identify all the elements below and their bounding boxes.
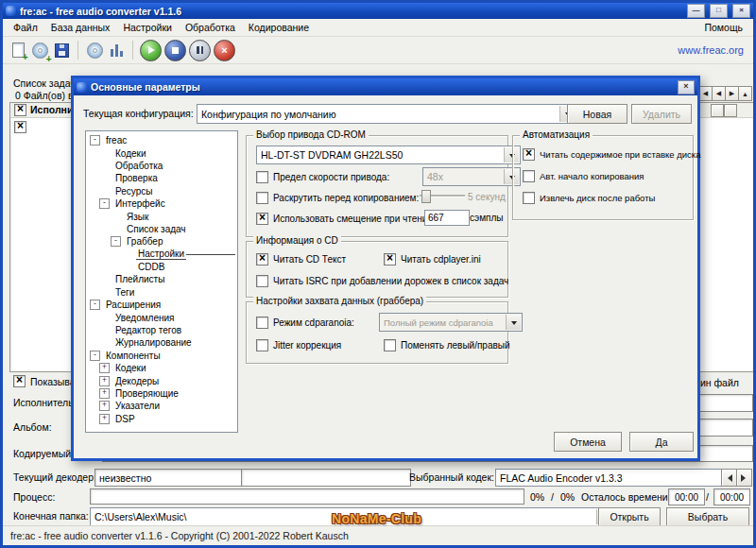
- joblist-title: Список задач: [13, 77, 76, 89]
- rip-cd-icon[interactable]: [85, 41, 104, 60]
- menu-help[interactable]: Помощь: [697, 20, 749, 35]
- close-button[interactable]: ×: [732, 4, 750, 18]
- drive-select[interactable]: HL-DT-ST DVDRAM GH22LS50: [256, 146, 521, 164]
- tree-expand-icon[interactable]: -: [99, 198, 110, 209]
- tree-item-2[interactable]: Обработка: [86, 160, 237, 172]
- tree-item-21[interactable]: +Указатели: [86, 400, 237, 412]
- menu-item-3[interactable]: Обработка: [179, 20, 242, 35]
- menu-item-0[interactable]: Файл: [7, 20, 44, 35]
- tree-item-22[interactable]: +DSP: [86, 413, 237, 425]
- cd-text-checkbox[interactable]: [256, 253, 268, 265]
- tree-item-19[interactable]: +Декодеры: [86, 374, 237, 386]
- codec-select[interactable]: FLAC Audio Encoder v1.3.3: [495, 469, 740, 487]
- tree-item-3[interactable]: Проверка: [86, 172, 237, 184]
- status-bar: fre:ac - free audio converter v1.1.6 - C…: [3, 525, 753, 545]
- tree-item-8[interactable]: -Граббер: [86, 235, 237, 248]
- joblist-row-checkbox[interactable]: [14, 121, 26, 133]
- tree-item-18[interactable]: +Кодеки: [86, 362, 237, 374]
- spinup-slider[interactable]: [420, 189, 465, 202]
- app-icon: [6, 6, 16, 16]
- skip-button[interactable]: [164, 40, 186, 61]
- select-folder-button[interactable]: Выбрать: [666, 507, 749, 526]
- tree-expand-icon[interactable]: -: [90, 135, 100, 146]
- drive-group-title: Выбор привода CD-ROM: [253, 129, 369, 140]
- select-all-checkbox[interactable]: [14, 104, 26, 116]
- tree-item-11[interactable]: Плейлисты: [86, 273, 237, 285]
- pause-button[interactable]: [189, 40, 211, 61]
- toolbar-separator: [132, 41, 133, 60]
- save-joblist-icon[interactable]: [52, 41, 71, 60]
- menu-item-2[interactable]: Настройки: [116, 20, 179, 35]
- new-config-button[interactable]: Новая: [567, 104, 627, 124]
- cdplayer-ini-checkbox[interactable]: [384, 253, 396, 265]
- jitter-checkbox[interactable]: [256, 339, 268, 351]
- rewind-button[interactable]: ◀: [712, 86, 726, 101]
- codec-prev-button[interactable]: [721, 469, 737, 487]
- joblist-header-button-2[interactable]: [724, 104, 737, 117]
- tree-item-6[interactable]: Язык: [86, 210, 237, 222]
- delete-config-button[interactable]: Удалить: [631, 104, 692, 124]
- tree-item-16[interactable]: Журналирование: [86, 336, 237, 349]
- cdparanoia-mode-select[interactable]: Полный режим cdparanoia: [379, 313, 523, 332]
- menu-item-4[interactable]: Кодирование: [242, 20, 316, 35]
- tree-item-5[interactable]: -Интерфейс: [86, 197, 237, 210]
- auto-start-checkbox[interactable]: [523, 170, 535, 182]
- tree-item-20[interactable]: +Проверяющие: [86, 387, 237, 400]
- read-on-insert-checkbox[interactable]: [523, 148, 535, 161]
- maximize-button[interactable]: □: [710, 4, 728, 18]
- start-encoding-button[interactable]: [140, 40, 162, 61]
- show-option-checkbox[interactable]: [13, 375, 26, 387]
- codec-next-button[interactable]: [736, 469, 752, 487]
- add-cd-tracks-icon[interactable]: [30, 41, 49, 60]
- tree-expand-icon[interactable]: +: [99, 414, 110, 424]
- tree-expand-icon[interactable]: -: [90, 300, 100, 310]
- tree-expand-icon[interactable]: -: [90, 351, 100, 361]
- cdparanoia-checkbox[interactable]: [256, 317, 268, 329]
- tree-item-13[interactable]: -Расширения: [86, 299, 237, 311]
- isrc-checkbox[interactable]: [256, 275, 268, 287]
- time-current-box: 00:00: [668, 488, 705, 505]
- tree-item-0[interactable]: -freac: [86, 134, 237, 146]
- tree-item-9[interactable]: Настройки: [86, 248, 237, 261]
- cancel-encoding-button[interactable]: ×: [214, 40, 235, 61]
- tree-item-4[interactable]: Ресурсы: [86, 185, 237, 197]
- config-select[interactable]: Конфигурация по умолчанию: [197, 104, 576, 124]
- tree-item-10[interactable]: CDDB: [86, 261, 237, 273]
- cancel-button[interactable]: Отмена: [554, 432, 622, 452]
- website-link[interactable]: www.freac.org: [678, 44, 747, 56]
- tree-item-label: Список задач: [125, 224, 188, 234]
- tree-item-12[interactable]: Теги: [86, 286, 237, 299]
- forward-button[interactable]: ▶: [725, 86, 739, 101]
- settings-tree[interactable]: -freacКодекиОбработкаПроверкаРесурсы-Инт…: [85, 130, 238, 433]
- tree-item-14[interactable]: Уведомления: [86, 311, 237, 323]
- minimize-button[interactable]: —: [687, 4, 705, 18]
- spinup-checkbox[interactable]: [256, 192, 268, 204]
- eject-button[interactable]: ▲: [738, 86, 752, 101]
- tree-expand-icon[interactable]: +: [99, 401, 110, 411]
- tree-expand-icon[interactable]: +: [99, 388, 110, 399]
- offset-checkbox[interactable]: [256, 213, 268, 225]
- speed-limit-select[interactable]: 48x: [422, 167, 521, 186]
- joblist-header-button-1[interactable]: [711, 104, 724, 117]
- speed-limit-checkbox[interactable]: [256, 171, 268, 183]
- prev-track-button[interactable]: ◀: [698, 86, 713, 101]
- tree-expand-icon[interactable]: +: [99, 363, 110, 373]
- tree-item-1[interactable]: Кодеки: [86, 146, 237, 159]
- tree-item-15[interactable]: Редактор тегов: [86, 324, 237, 336]
- progress-bar: [90, 488, 524, 505]
- tree-item-7[interactable]: Список задач: [86, 223, 237, 235]
- output-folder-label: Конечная папка:: [13, 510, 89, 522]
- configure-icon[interactable]: [107, 41, 126, 60]
- dialog-close-button[interactable]: ×: [678, 80, 695, 94]
- ok-button[interactable]: Да: [629, 432, 694, 452]
- tree-expand-icon[interactable]: -: [111, 236, 121, 247]
- menu-item-1[interactable]: База данных: [44, 20, 117, 35]
- add-files-icon[interactable]: [9, 41, 27, 60]
- offset-input[interactable]: 667: [424, 210, 470, 226]
- open-folder-button[interactable]: Открыть: [598, 507, 661, 526]
- eject-after-checkbox[interactable]: [523, 192, 535, 204]
- pause-icon: [197, 46, 203, 54]
- tree-expand-icon[interactable]: +: [99, 376, 110, 386]
- swap-channels-checkbox[interactable]: [384, 339, 396, 351]
- tree-item-17[interactable]: -Компоненты: [86, 350, 237, 362]
